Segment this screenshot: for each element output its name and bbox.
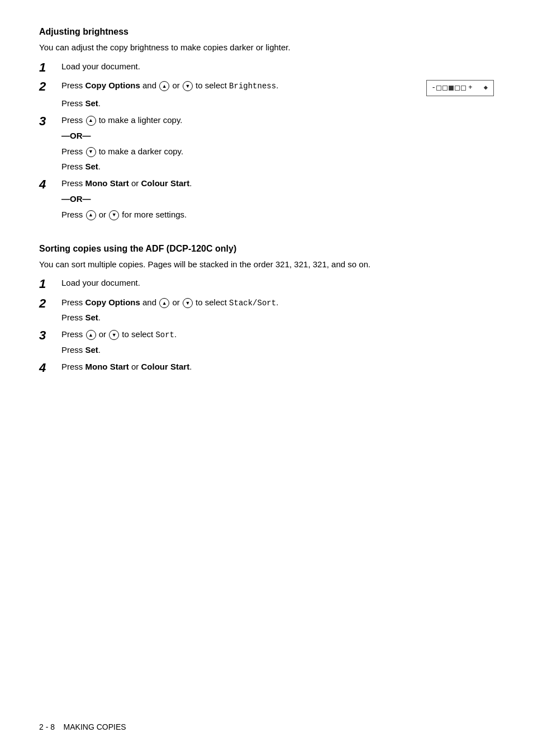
s2-step3-down-icon: ▼ xyxy=(109,330,119,340)
s2-step3-sub: Press Set. xyxy=(61,343,494,357)
step-4-number: 4 xyxy=(39,177,61,193)
brightness-sq1 xyxy=(436,86,441,91)
step-1-content: Load your document. xyxy=(61,60,494,73)
step-2-sub: Press Set. xyxy=(61,97,494,110)
step-3-number: 3 xyxy=(39,114,61,130)
step3-up-icon: ▲ xyxy=(86,116,96,126)
step3-or: —OR— xyxy=(61,129,494,143)
step4-sub: Press ▲ or ▼ for more settings. xyxy=(61,208,494,221)
footer: 2 - 8 MAKING COPIES xyxy=(39,722,126,731)
s2-step-1: 1 Load your document. xyxy=(39,276,494,292)
brightness-display: - + ◆ xyxy=(426,80,494,96)
s2-step-3-content: Press ▲ or ▼ to select Sort. Press Set. xyxy=(61,328,494,356)
s2-up-arrow-icon: ▲ xyxy=(159,298,169,308)
step-2-number: 2 xyxy=(39,79,61,95)
section1-steps: 1 Load your document. 2 Press Copy Optio… xyxy=(39,60,494,221)
section1-title: Adjusting brightness xyxy=(39,27,494,37)
brightness-minus: - xyxy=(431,82,436,94)
s2-step-2-content: Press Copy Options and ▲ or ▼ to select … xyxy=(61,296,494,324)
section2-title: Sorting copies using the ADF (DCP-120C o… xyxy=(39,244,494,254)
step-1: 1 Load your document. xyxy=(39,60,494,76)
step4-or: —OR— xyxy=(61,192,494,206)
brightness-sq4 xyxy=(455,86,460,91)
step-4-content: Press Mono Start or Colour Start. —OR— P… xyxy=(61,177,494,221)
step4-up-icon: ▲ xyxy=(86,210,96,220)
s2-step-3: 3 Press ▲ or ▼ to select Sort. Press Set… xyxy=(39,328,494,356)
step3-down-icon: ▼ xyxy=(86,147,96,157)
s2-step-4-content: Press Mono Start or Colour Start. xyxy=(61,360,494,374)
s2-step3-up-icon: ▲ xyxy=(86,330,96,340)
section-sorting-copies: Sorting copies using the ADF (DCP-120C o… xyxy=(39,244,494,376)
brightness-sq2 xyxy=(442,86,448,91)
step3-sub2: Press Set. xyxy=(61,160,494,173)
s2-step-1-number: 1 xyxy=(39,276,61,292)
section1-intro: You can adjust the copy brightness to ma… xyxy=(39,41,494,54)
footer-page: 2 - 8 xyxy=(39,722,55,731)
step-4: 4 Press Mono Start or Colour Start. —OR—… xyxy=(39,177,494,221)
section2-steps: 1 Load your document. 2 Press Copy Optio… xyxy=(39,276,494,376)
step-2: 2 Press Copy Options and ▲ or ▼ to selec… xyxy=(39,79,494,110)
step-2-content: Press Copy Options and ▲ or ▼ to select … xyxy=(61,79,494,110)
section2-intro: You can sort multiple copies. Pages will… xyxy=(39,258,494,271)
s2-step-1-content: Load your document. xyxy=(61,276,494,290)
footer-text: MAKING COPIES xyxy=(64,722,126,731)
s2-step-2: 2 Press Copy Options and ▲ or ▼ to selec… xyxy=(39,296,494,324)
brightness-sq3-filled xyxy=(449,86,454,91)
brightness-plus: + xyxy=(468,83,472,93)
s2-step-4: 4 Press Mono Start or Colour Start. xyxy=(39,360,494,376)
step-3-content: Press ▲ to make a lighter copy. —OR— Pre… xyxy=(61,114,494,173)
s2-step2-sub: Press Set. xyxy=(61,311,494,324)
s2-step-4-number: 4 xyxy=(39,360,61,376)
s2-step-2-number: 2 xyxy=(39,296,61,312)
brightness-sq5 xyxy=(461,86,466,91)
s2-step-3-number: 3 xyxy=(39,328,61,344)
up-arrow-icon: ▲ xyxy=(159,81,169,91)
section-adjusting-brightness: Adjusting brightness You can adjust the … xyxy=(39,27,494,221)
step3-sub1: Press ▼ to make a darker copy. xyxy=(61,145,494,158)
step-3: 3 Press ▲ to make a lighter copy. —OR— P… xyxy=(39,114,494,173)
down-arrow-icon: ▼ xyxy=(183,81,193,91)
s2-down-arrow-icon: ▼ xyxy=(183,298,193,308)
brightness-arrow: ◆ xyxy=(475,83,488,93)
step4-down-icon: ▼ xyxy=(109,210,119,220)
step-1-number: 1 xyxy=(39,60,61,76)
